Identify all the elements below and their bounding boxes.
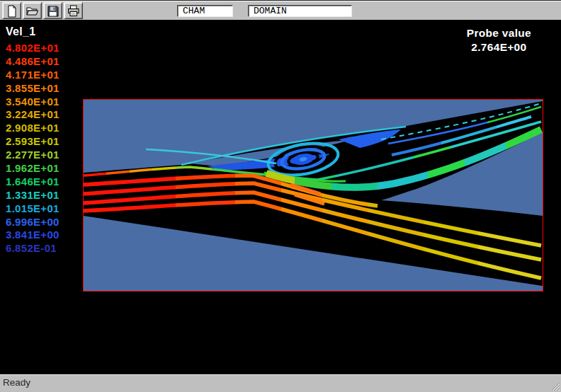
open-folder-icon (26, 5, 39, 18)
legend-title: Vel_1 (6, 25, 60, 38)
plot-area[interactable] (83, 99, 543, 292)
cham-field[interactable] (177, 5, 233, 17)
save-floppy-icon (47, 5, 60, 18)
streamline-plot (84, 100, 543, 291)
legend-entry: 2.277E+01 (6, 149, 60, 162)
status-bar: Ready (0, 374, 561, 392)
graphics-area: Vel_1 4.802E+014.486E+014.171E+013.855E+… (0, 20, 561, 374)
legend-entry: 2.593E+01 (6, 135, 60, 149)
legend-entry: 3.540E+01 (6, 96, 60, 109)
legend-entry: 3.855E+01 (6, 82, 60, 96)
probe-readout: Probe value 2.764E+00 (467, 26, 531, 54)
resize-grip-icon[interactable] (550, 381, 560, 391)
probe-value: 2.764E+00 (467, 40, 531, 54)
new-document-icon (6, 5, 18, 18)
legend-entry: 4.171E+01 (6, 69, 60, 82)
velocity-legend: Vel_1 4.802E+014.486E+014.171E+013.855E+… (6, 25, 60, 255)
legend-entry: 3.224E+01 (6, 108, 60, 122)
legend-entry: 1.015E+01 (6, 202, 60, 216)
legend-entry: 1.962E+01 (6, 162, 60, 175)
legend-entry: 3.841E+00 (6, 229, 60, 242)
status-text: Ready (3, 377, 30, 388)
probe-label: Probe value (467, 26, 531, 40)
legend-entry: 4.486E+01 (6, 55, 60, 69)
toolbar (0, 0, 561, 20)
print-button[interactable] (64, 2, 83, 19)
open-button[interactable] (23, 2, 42, 19)
domain-field[interactable] (248, 5, 352, 17)
legend-entry: 2.908E+01 (6, 122, 60, 135)
new-button[interactable] (2, 2, 21, 19)
printer-icon (67, 5, 80, 18)
legend-entry: 4.802E+01 (6, 42, 60, 55)
application-window: Vel_1 4.802E+014.486E+014.171E+013.855E+… (0, 0, 561, 392)
legend-entry: 6.852E-01 (6, 242, 60, 255)
legend-entry: 1.646E+01 (6, 175, 60, 189)
save-button[interactable] (43, 2, 62, 19)
legend-entry: 1.331E+01 (6, 189, 60, 202)
legend-entry: 6.996E+00 (6, 216, 60, 229)
legend-entries: 4.802E+014.486E+014.171E+013.855E+013.54… (6, 42, 60, 255)
